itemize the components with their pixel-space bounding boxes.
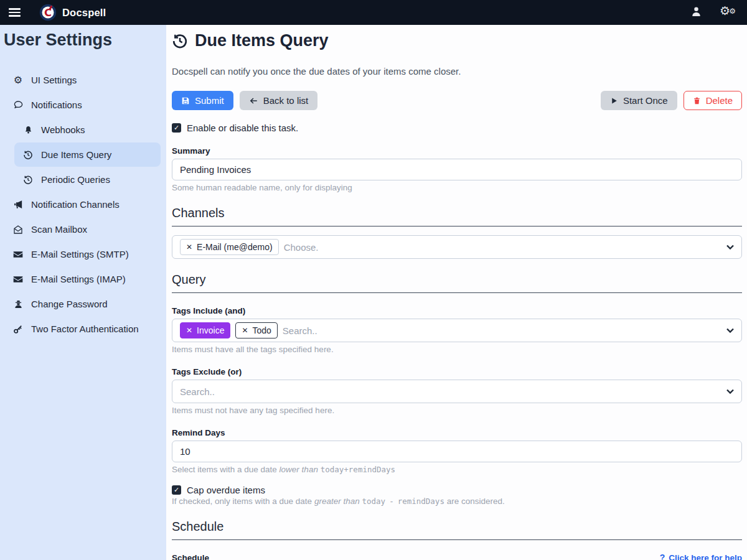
query-section-header: Query <box>172 273 742 293</box>
chevron-down-icon <box>726 245 734 250</box>
play-icon <box>610 96 618 105</box>
history-icon <box>172 33 188 49</box>
docspell-logo-icon: C <box>39 4 57 21</box>
tags-include-select[interactable]: ✕ Invoice ✕ Todo <box>172 319 742 342</box>
sidebar-item-email-imap[interactable]: E-Mail Settings (IMAP) <box>4 267 161 291</box>
remind-days-input[interactable] <box>172 441 742 462</box>
bullhorn-icon <box>12 199 24 210</box>
remind-days-label: Remind Days <box>172 428 742 437</box>
menu-icon[interactable] <box>9 8 21 17</box>
tag-chip-todo[interactable]: ✕ Todo <box>235 322 277 338</box>
sidebar-title: User Settings <box>4 30 166 50</box>
sidebar-item-email-smtp[interactable]: E-Mail Settings (SMTP) <box>4 242 161 266</box>
brand[interactable]: C Docspell <box>39 4 106 21</box>
sidebar-item-notifications[interactable]: Notifications <box>4 93 161 117</box>
sidebar-item-notification-channels[interactable]: Notification Channels <box>4 192 161 217</box>
user-secret-icon <box>12 299 24 309</box>
remove-icon[interactable]: ✕ <box>242 327 248 334</box>
key-icon <box>12 324 24 334</box>
schedule-section-header: Schedule <box>172 520 742 540</box>
tags-exclude-select[interactable] <box>172 380 742 403</box>
enable-task-checkbox-row[interactable]: ✓ Enable or disable this task. <box>172 123 742 133</box>
schedule-help-link[interactable]: ? Click here for help <box>660 553 742 560</box>
settings-gears-icon[interactable]: ⚙⚙ <box>720 5 735 20</box>
checkbox-checked-icon[interactable]: ✓ <box>172 485 181 495</box>
envelope-open-icon <box>12 225 24 235</box>
tags-exclude-helper: Items must not have any tag specified he… <box>172 406 742 415</box>
cap-overdue-label: Cap overdue items <box>187 485 265 495</box>
submit-button[interactable]: Submit <box>172 91 233 110</box>
tags-include-search-input[interactable] <box>283 325 721 336</box>
cap-overdue-helper: If checked, only items with a due date g… <box>172 497 742 506</box>
question-icon: ? <box>660 553 665 560</box>
tags-include-label: Tags Include (and) <box>172 306 742 315</box>
bell-icon <box>22 125 34 135</box>
brand-name: Docspell <box>62 7 106 19</box>
toolbar: Submit Back to list Start Once <box>172 91 742 110</box>
checkbox-checked-icon[interactable]: ✓ <box>172 123 181 133</box>
tags-include-helper: Items must have all the tags specified h… <box>172 345 742 354</box>
sidebar-item-scan-mailbox[interactable]: Scan Mailbox <box>4 217 161 241</box>
user-account-icon[interactable] <box>690 6 702 20</box>
remind-days-helper: Select items with a due date lower than … <box>172 465 742 474</box>
delete-button[interactable]: Delete <box>684 91 742 110</box>
summary-input[interactable] <box>172 159 742 180</box>
start-once-button[interactable]: Start Once <box>601 91 677 110</box>
sidebar-item-change-password[interactable]: Change Password <box>4 292 161 316</box>
envelope-icon <box>12 250 24 259</box>
remove-icon[interactable]: ✕ <box>186 243 192 251</box>
tags-exclude-search-input[interactable] <box>180 386 721 397</box>
tags-exclude-label: Tags Exclude (or) <box>172 367 742 376</box>
history-icon <box>22 150 34 160</box>
page-description: Docspell can notify you once the due dat… <box>172 66 742 77</box>
envelope-icon <box>12 275 24 284</box>
enable-task-label: Enable or disable this task. <box>187 123 298 133</box>
sidebar-item-two-factor[interactable]: Two Factor Authentication <box>4 317 161 341</box>
tag-chip-invoice[interactable]: ✕ Invoice <box>180 322 230 338</box>
summary-helper: Some human readable name, only for displ… <box>172 183 742 192</box>
channels-section-header: Channels <box>172 206 742 226</box>
main-content: Due Items Query Docspell can notify you … <box>166 25 747 560</box>
sidebar-item-due-items-query[interactable]: Due Items Query <box>14 142 161 167</box>
remove-icon[interactable]: ✕ <box>186 327 192 334</box>
comment-icon <box>12 100 24 110</box>
top-navbar: C Docspell ⚙⚙ <box>0 0 747 25</box>
page-title: Due Items Query <box>172 31 742 50</box>
channel-chip[interactable]: ✕ E-Mail (me@demo) <box>180 239 279 255</box>
trash-icon <box>693 96 701 105</box>
schedule-label: Schedule <box>172 553 209 560</box>
cap-overdue-checkbox-row[interactable]: ✓ Cap overdue items <box>172 485 742 495</box>
sidebar-item-ui-settings[interactable]: ⚙ UI Settings <box>4 68 161 92</box>
save-icon <box>181 96 190 105</box>
summary-label: Summary <box>172 146 742 156</box>
sidebar-item-periodic-queries[interactable]: Periodic Queries <box>14 167 161 192</box>
sidebar: User Settings ⚙ UI Settings Notification… <box>0 25 166 560</box>
arrow-left-icon <box>249 96 258 105</box>
chevron-down-icon <box>726 328 734 333</box>
chevron-down-icon <box>726 389 734 394</box>
sidebar-item-webhooks[interactable]: Webhooks <box>14 118 161 142</box>
channels-select[interactable]: ✕ E-Mail (me@demo) <box>172 235 742 259</box>
channels-search-input[interactable] <box>284 242 721 253</box>
history-icon <box>22 175 34 185</box>
gear-icon: ⚙ <box>12 75 24 85</box>
back-to-list-button[interactable]: Back to list <box>240 91 318 110</box>
